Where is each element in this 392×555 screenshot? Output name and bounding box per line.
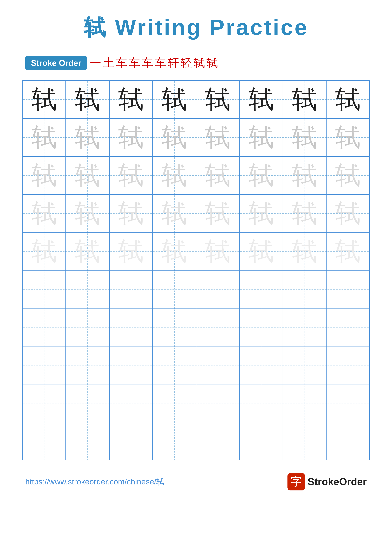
grid-cell[interactable] xyxy=(66,308,109,346)
grid-cell[interactable]: 轼 xyxy=(109,80,153,118)
grid-cell[interactable] xyxy=(239,346,283,384)
grid-cell[interactable]: 轼 xyxy=(196,80,240,118)
grid-cell[interactable]: 轼 xyxy=(153,118,196,156)
grid-cell[interactable]: 轼 xyxy=(196,156,240,194)
grid-cell[interactable]: 轼 xyxy=(239,156,283,194)
grid-cell[interactable] xyxy=(22,308,66,346)
grid-cell[interactable]: 轼 xyxy=(153,194,196,232)
grid-cell[interactable]: 轼 xyxy=(326,156,370,194)
grid-cell[interactable]: 轼 xyxy=(22,232,66,270)
grid-cell[interactable] xyxy=(153,308,196,346)
grid-cell[interactable] xyxy=(283,346,326,384)
grid-cell[interactable] xyxy=(283,308,326,346)
grid-cell[interactable] xyxy=(196,422,240,460)
grid-cell[interactable]: 轼 xyxy=(283,194,326,232)
grid-cell[interactable] xyxy=(66,422,109,460)
grid-cell[interactable]: 轼 xyxy=(66,118,109,156)
grid-cell[interactable]: 轼 xyxy=(153,80,196,118)
grid-cell[interactable] xyxy=(196,384,240,422)
grid-cell[interactable]: 轼 xyxy=(22,80,66,118)
grid-cell[interactable]: 轼 xyxy=(153,232,196,270)
grid-cell[interactable]: 轼 xyxy=(109,118,153,156)
grid-cell[interactable] xyxy=(283,270,326,308)
grid-cell[interactable]: 轼 xyxy=(326,232,370,270)
grid-cell[interactable] xyxy=(66,346,109,384)
grid-cell[interactable] xyxy=(283,384,326,422)
practice-char: 轼 xyxy=(75,163,100,188)
grid-cell[interactable]: 轼 xyxy=(283,156,326,194)
grid-cell[interactable] xyxy=(22,384,66,422)
practice-char: 轼 xyxy=(31,125,57,150)
grid-cell[interactable] xyxy=(153,270,196,308)
grid-cell[interactable] xyxy=(283,422,326,460)
grid-cell[interactable] xyxy=(326,308,370,346)
grid-cell[interactable]: 轼 xyxy=(22,156,66,194)
practice-char: 轼 xyxy=(31,239,57,264)
practice-char: 轼 xyxy=(335,239,361,264)
grid-cell[interactable] xyxy=(109,384,153,422)
grid-cell[interactable]: 轼 xyxy=(196,118,240,156)
grid-cell[interactable] xyxy=(153,384,196,422)
practice-char: 轼 xyxy=(205,125,230,150)
practice-char: 轼 xyxy=(162,239,187,264)
grid-cell[interactable]: 轼 xyxy=(66,194,109,232)
grid-cell[interactable]: 轼 xyxy=(66,156,109,194)
grid-cell[interactable]: 轼 xyxy=(66,232,109,270)
stroke-6: 车 xyxy=(155,55,166,71)
grid-cell[interactable] xyxy=(196,270,240,308)
grid-cell[interactable] xyxy=(153,346,196,384)
grid-cell[interactable] xyxy=(22,346,66,384)
grid-cell[interactable] xyxy=(66,384,109,422)
grid-cell[interactable] xyxy=(22,270,66,308)
grid-cell[interactable]: 轼 xyxy=(283,118,326,156)
practice-char: 轼 xyxy=(249,163,274,188)
practice-char: 轼 xyxy=(335,87,361,112)
stroke-2: 土 xyxy=(103,55,114,71)
grid-cell[interactable] xyxy=(66,270,109,308)
practice-char: 轼 xyxy=(335,201,361,226)
grid-cell[interactable]: 轼 xyxy=(109,156,153,194)
grid-cell[interactable] xyxy=(326,384,370,422)
grid-cell[interactable] xyxy=(153,422,196,460)
grid-cell[interactable]: 轼 xyxy=(22,194,66,232)
practice-char: 轼 xyxy=(205,239,230,264)
practice-char: 轼 xyxy=(118,163,143,188)
grid-cell[interactable]: 轼 xyxy=(109,194,153,232)
grid-cell[interactable]: 轼 xyxy=(66,80,109,118)
grid-cell[interactable] xyxy=(22,422,66,460)
practice-char: 轼 xyxy=(292,125,317,150)
practice-char: 轼 xyxy=(292,201,317,226)
practice-char: 轼 xyxy=(118,87,143,112)
grid-cell[interactable]: 轼 xyxy=(239,194,283,232)
grid-cell[interactable] xyxy=(196,308,240,346)
grid-cell[interactable]: 轼 xyxy=(326,194,370,232)
grid-cell[interactable]: 轼 xyxy=(326,118,370,156)
grid-cell[interactable] xyxy=(109,308,153,346)
stroke-order-badge: Stroke Order xyxy=(25,56,87,70)
grid-cell[interactable] xyxy=(239,308,283,346)
practice-char: 轼 xyxy=(31,201,57,226)
grid-cell[interactable]: 轼 xyxy=(326,80,370,118)
logo-icon: 字 xyxy=(287,473,305,490)
grid-cell[interactable]: 轼 xyxy=(283,232,326,270)
grid-cell[interactable] xyxy=(109,422,153,460)
grid-cell[interactable] xyxy=(109,270,153,308)
grid-cell[interactable] xyxy=(326,346,370,384)
grid-cell[interactable] xyxy=(109,346,153,384)
practice-char: 轼 xyxy=(118,201,143,226)
grid-cell[interactable]: 轼 xyxy=(239,232,283,270)
grid-cell[interactable]: 轼 xyxy=(22,118,66,156)
grid-cell[interactable]: 轼 xyxy=(196,194,240,232)
grid-cell[interactable] xyxy=(239,270,283,308)
grid-cell[interactable] xyxy=(326,422,370,460)
grid-cell[interactable]: 轼 xyxy=(196,232,240,270)
grid-cell[interactable] xyxy=(326,270,370,308)
grid-cell[interactable]: 轼 xyxy=(239,80,283,118)
grid-cell[interactable]: 轼 xyxy=(153,156,196,194)
grid-cell[interactable] xyxy=(196,346,240,384)
grid-cell[interactable]: 轼 xyxy=(239,118,283,156)
grid-cell[interactable]: 轼 xyxy=(109,232,153,270)
grid-cell[interactable] xyxy=(239,422,283,460)
grid-cell[interactable]: 轼 xyxy=(283,80,326,118)
grid-cell[interactable] xyxy=(239,384,283,422)
